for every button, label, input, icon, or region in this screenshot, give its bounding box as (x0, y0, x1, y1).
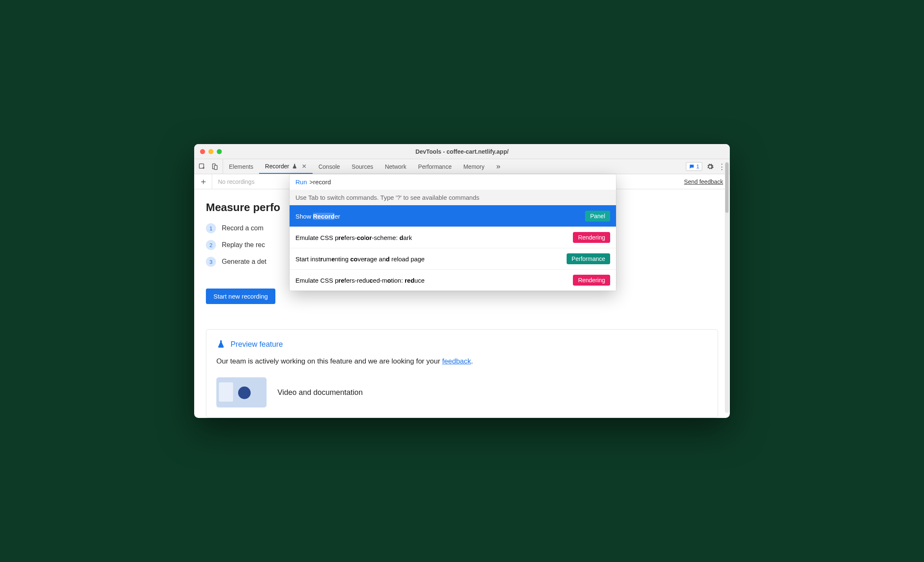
tab-label: Memory (463, 163, 485, 170)
step-text: Generate a det (222, 258, 267, 266)
command-item-badge: Rendering (573, 232, 610, 243)
command-item-label: Start instrumenting coverage and reload … (295, 255, 567, 263)
inspect-element-icon[interactable] (198, 163, 206, 170)
command-query: >record (310, 178, 331, 186)
command-run-label: Run (295, 178, 309, 186)
command-item-badge: Rendering (573, 275, 610, 286)
fullscreen-window-button[interactable] (217, 149, 222, 154)
tab-label: Elements (229, 163, 253, 170)
doc-row: Video and documentation (216, 377, 708, 407)
flask-icon (216, 340, 226, 349)
window-title: DevTools - coffee-cart.netlify.app/ (194, 148, 730, 155)
messages-badge[interactable]: 1 (686, 162, 702, 171)
step-number: 3 (206, 257, 216, 267)
add-recording-button[interactable]: ＋ (198, 174, 212, 189)
tab-label: Network (385, 163, 406, 170)
tab-console[interactable]: Console (313, 159, 346, 174)
doc-title: Video and documentation (277, 388, 363, 397)
titlebar: DevTools - coffee-cart.netlify.app/ (194, 144, 730, 159)
command-item-emulate-dark[interactable]: Emulate CSS prefers-color-scheme: dark R… (290, 227, 616, 248)
toolbar: Elements Recorder ✕ Console Sources Netw… (194, 159, 730, 174)
preview-header: Preview feature (216, 340, 708, 349)
tab-recorder[interactable]: Recorder ✕ (259, 159, 313, 174)
command-item-badge: Performance (567, 253, 610, 264)
preview-card: Preview feature Our team is actively wor… (206, 329, 718, 418)
tab-network[interactable]: Network (379, 159, 412, 174)
message-icon (689, 164, 695, 170)
tab-label: Sources (352, 163, 373, 170)
feedback-link[interactable]: feedback (442, 357, 471, 365)
flask-icon (292, 163, 298, 169)
tab-elements[interactable]: Elements (223, 159, 259, 174)
toolbar-left-icons (194, 159, 223, 174)
tab-memory[interactable]: Memory (457, 159, 490, 174)
command-input[interactable]: Run >record (290, 174, 616, 190)
start-recording-button[interactable]: Start new recording (206, 289, 275, 304)
device-toolbar-icon[interactable] (211, 163, 218, 170)
preview-heading: Preview feature (231, 340, 283, 349)
command-item-show-recorder[interactable]: Show Recorder Panel (290, 205, 616, 227)
preview-text-prefix: Our team is actively working on this fea… (216, 357, 442, 365)
scrollbar[interactable] (725, 162, 729, 413)
step-number: 1 (206, 223, 216, 233)
tab-sources[interactable]: Sources (346, 159, 379, 174)
tab-label: Console (318, 163, 340, 170)
tab-label: Recorder (265, 163, 289, 170)
command-item-label: Emulate CSS prefers-color-scheme: dark (295, 234, 573, 241)
command-hint: Use Tab to switch commands. Type '?' to … (290, 190, 616, 205)
command-item-reduced-motion[interactable]: Emulate CSS prefers-reduced-motion: redu… (290, 269, 616, 291)
toolbar-right: 1 ⋮ (682, 162, 730, 171)
command-item-label: Show Recorder (295, 213, 585, 220)
more-tabs[interactable]: » (490, 159, 506, 174)
tabs: Elements Recorder ✕ Console Sources Netw… (223, 159, 682, 174)
gear-icon[interactable] (706, 163, 714, 170)
step-text: Replay the rec (222, 241, 265, 249)
minimize-window-button[interactable] (208, 149, 213, 154)
devtools-window: DevTools - coffee-cart.netlify.app/ Elem… (194, 144, 730, 418)
preview-text: Our team is actively working on this fea… (216, 357, 708, 366)
tab-label: Performance (418, 163, 452, 170)
step-number: 2 (206, 240, 216, 250)
messages-count: 1 (696, 163, 699, 170)
preview-text-suffix: . (471, 357, 473, 365)
command-item-badge: Panel (585, 211, 610, 222)
recordings-placeholder: No recordings (212, 178, 254, 185)
svg-rect-2 (214, 165, 217, 170)
close-tab-icon[interactable]: ✕ (300, 163, 307, 170)
send-feedback-link[interactable]: Send feedback (684, 178, 726, 185)
command-item-label: Emulate CSS prefers-reduced-motion: redu… (295, 277, 573, 284)
video-thumbnail[interactable] (216, 377, 267, 407)
command-menu: Run >record Use Tab to switch commands. … (290, 174, 616, 291)
command-item-coverage[interactable]: Start instrumenting coverage and reload … (290, 248, 616, 269)
traffic-lights (194, 149, 222, 154)
tab-performance[interactable]: Performance (412, 159, 457, 174)
close-window-button[interactable] (200, 149, 205, 154)
step-text: Record a com (222, 224, 264, 232)
